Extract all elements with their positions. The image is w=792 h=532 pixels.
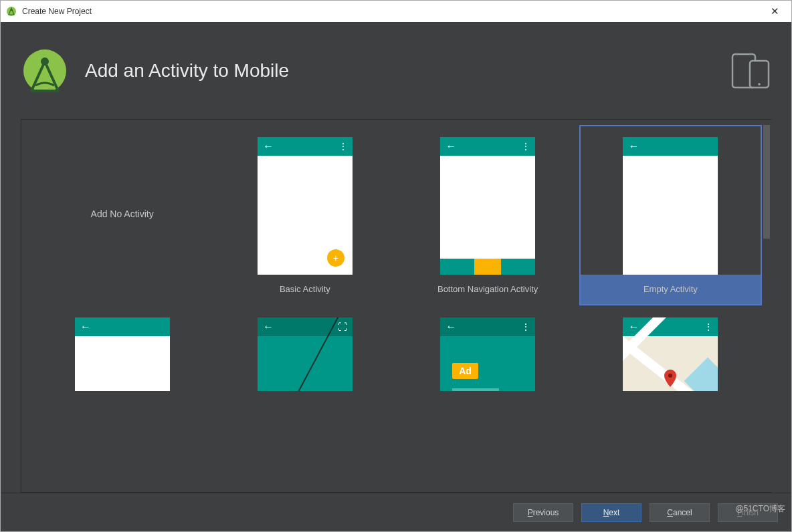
back-arrow-icon: ←	[263, 141, 274, 152]
svg-point-7	[668, 374, 672, 378]
template-bottom-navigation-activity[interactable]: ←⋮ Bottom Navigation Activity	[397, 125, 579, 305]
back-arrow-icon: ←	[628, 321, 639, 332]
android-studio-logo-icon	[21, 47, 69, 95]
template-empty-activity[interactable]: ← Empty Activity	[579, 125, 762, 305]
template-row2-item-2[interactable]: ←⛶	[213, 305, 396, 392]
template-add-no-activity[interactable]: Add No Activity	[31, 125, 213, 292]
template-preview: ←⋮ Ad	[440, 317, 535, 391]
close-icon[interactable]: ✕	[764, 5, 786, 17]
devices-icon	[731, 51, 771, 90]
template-preview: ←⋮ +	[258, 137, 353, 275]
cancel-button[interactable]: Cancel	[650, 503, 710, 522]
template-preview: ←⛶	[258, 317, 353, 391]
next-button[interactable]: Next	[581, 503, 641, 522]
template-row2-item-4[interactable]: ←⋮	[579, 305, 762, 392]
more-dots-icon: ⋮	[704, 321, 712, 332]
template-label: Basic Activity	[280, 275, 330, 304]
svg-point-1	[11, 9, 13, 11]
back-arrow-icon: ←	[446, 141, 456, 152]
previous-button[interactable]: Previous	[513, 503, 573, 522]
template-label: Bottom Navigation Activity	[437, 275, 538, 304]
ad-badge: Ad	[452, 363, 478, 379]
svg-point-2	[23, 49, 66, 92]
finish-button: Finish	[718, 503, 778, 522]
map-pin-icon	[664, 370, 676, 390]
page-title: Add an Activity to Mobile	[85, 60, 731, 82]
wizard-header: Add an Activity to Mobile	[1, 22, 791, 119]
template-preview: ←⋮	[440, 137, 535, 275]
back-arrow-icon: ←	[628, 141, 639, 152]
template-label: Empty Activity	[581, 275, 761, 304]
more-dots-icon: ⋮	[521, 141, 530, 152]
back-arrow-icon: ←	[446, 321, 456, 332]
fab-icon: +	[327, 249, 344, 267]
scrollbar-thumb[interactable]	[763, 125, 770, 239]
template-preview: ←	[623, 137, 718, 275]
template-row2-item-1[interactable]: ←	[31, 305, 213, 392]
back-arrow-icon: ←	[80, 321, 91, 332]
android-studio-icon	[6, 6, 17, 17]
wizard-footer: Previous Next Cancel Finish	[1, 493, 791, 531]
back-arrow-icon: ←	[263, 321, 274, 332]
more-dots-icon: ⋮	[521, 321, 530, 332]
template-grid-area: Add No Activity ←⋮ + Basic Activity ←⋮	[1, 119, 791, 493]
template-preview: ←	[75, 317, 170, 391]
window-title: Create New Project	[22, 7, 764, 16]
fullscreen-icon: ⛶	[338, 321, 347, 332]
template-label: Add No Activity	[91, 209, 154, 219]
template-basic-activity[interactable]: ←⋮ + Basic Activity	[213, 125, 396, 305]
template-row2-item-3[interactable]: ←⋮ Ad	[397, 305, 579, 392]
bottom-nav-icon	[440, 259, 535, 275]
titlebar: Create New Project ✕	[1, 1, 791, 22]
more-dots-icon: ⋮	[338, 141, 347, 152]
svg-point-6	[758, 83, 761, 86]
template-preview: ←⋮	[623, 317, 718, 391]
